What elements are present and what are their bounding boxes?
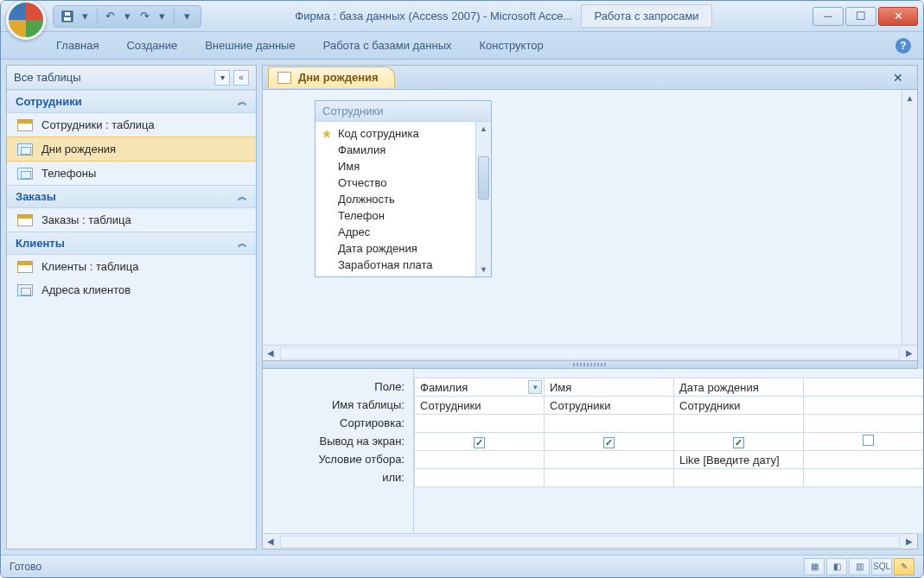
grid-cell-empty[interactable]: [804, 378, 925, 397]
design-surface-vscroll[interactable]: ▲: [902, 90, 917, 345]
grid-cell-empty[interactable]: [804, 451, 925, 469]
scroll-down-icon[interactable]: ▼: [476, 263, 491, 276]
undo-icon[interactable]: ↶: [103, 10, 117, 23]
scroll-thumb[interactable]: [478, 156, 489, 200]
nav-group-name: Заказы: [16, 190, 56, 203]
field-list-scrollbar[interactable]: ▲ ▼: [475, 122, 491, 276]
nav-menu-dropdown[interactable]: ▾: [214, 70, 230, 86]
nav-group-name: Сотрудники: [16, 95, 82, 108]
grid-cell-empty[interactable]: [804, 415, 925, 433]
scroll-right-icon[interactable]: ▶: [902, 346, 917, 361]
scroll-track[interactable]: [280, 536, 900, 548]
quick-access-toolbar: ▾ ↶ ▾ ↷ ▾ ▾: [53, 5, 201, 28]
grid-cell-empty[interactable]: [804, 397, 925, 415]
nav-group-header[interactable]: Клиенты ︽: [7, 232, 256, 255]
field-item[interactable]: Дата рождения: [315, 240, 475, 257]
grid-cell-criteria[interactable]: Like [Введите дату]: [674, 451, 804, 469]
nav-item-table[interactable]: Клиенты : таблица: [7, 255, 256, 278]
minimize-button[interactable]: ─: [812, 7, 844, 26]
app-window: ▾ ↶ ▾ ↷ ▾ ▾ Фирма : база данных (Access …: [0, 0, 924, 578]
scroll-left-icon[interactable]: ◀: [263, 534, 278, 549]
nav-title: Все таблицы: [14, 71, 81, 84]
help-icon[interactable]: ?: [895, 38, 911, 54]
redo-icon[interactable]: ↷: [137, 10, 151, 23]
grid-cell-criteria[interactable]: [415, 451, 545, 469]
tab-create[interactable]: Создание: [123, 34, 181, 59]
scroll-up-icon[interactable]: ▲: [476, 122, 491, 136]
scroll-up-icon[interactable]: ▲: [902, 90, 917, 105]
close-button[interactable]: ✕: [878, 7, 918, 26]
grid-cell-empty[interactable]: [804, 433, 925, 451]
field-item[interactable]: Должность: [315, 191, 475, 207]
nav-collapse-button[interactable]: «: [233, 70, 249, 86]
grid-cell-table[interactable]: Сотрудники: [674, 397, 804, 415]
grid-cell-or[interactable]: [415, 469, 545, 487]
grid-cell-table[interactable]: Сотрудники: [415, 397, 545, 415]
grid-cell-show[interactable]: [415, 433, 545, 451]
grid-cell-field[interactable]: Фамилия▾: [415, 378, 545, 397]
work-area: Все таблицы ▾ « Сотрудники ︽ Сотрудники …: [1, 60, 923, 555]
grid-cell-or[interactable]: [674, 469, 804, 487]
field-item[interactable]: Фамилия: [315, 142, 475, 158]
nav-item-query[interactable]: Телефоны: [7, 162, 256, 185]
field-item[interactable]: Заработная плата: [315, 257, 475, 273]
grid-cell-criteria[interactable]: [545, 451, 674, 469]
nav-header[interactable]: Все таблицы ▾ «: [7, 66, 256, 90]
nav-item-table[interactable]: Заказы : таблица: [7, 208, 256, 232]
dropdown-icon[interactable]: ▾: [78, 10, 92, 23]
checkbox-icon[interactable]: [474, 437, 485, 448]
nav-item-query[interactable]: Дни рождения: [7, 137, 256, 162]
document-tab[interactable]: Дни рождения: [268, 67, 395, 88]
view-pivotchart-button[interactable]: ▥: [849, 558, 870, 575]
tab-home[interactable]: Главная: [53, 34, 102, 59]
nav-group-header[interactable]: Сотрудники ︽: [7, 90, 256, 113]
scroll-track[interactable]: [280, 347, 900, 359]
nav-item-table[interactable]: Сотрудники : таблица: [7, 113, 256, 137]
dropdown-icon[interactable]: ▾: [155, 10, 169, 23]
query-design-surface[interactable]: Сотрудники Код сотрудника Фамилия Имя От…: [263, 90, 902, 345]
grid-cell-field[interactable]: Имя: [545, 378, 674, 397]
nav-item-label: Телефоны: [41, 167, 96, 180]
dropdown-icon[interactable]: ▾: [120, 10, 134, 23]
design-grid-hscroll[interactable]: ◀ ▶: [263, 533, 917, 549]
dropdown-icon[interactable]: ▾: [528, 380, 542, 394]
maximize-button[interactable]: ☐: [845, 7, 876, 26]
field-item[interactable]: Адрес: [315, 224, 475, 240]
table-card[interactable]: Сотрудники Код сотрудника Фамилия Имя От…: [315, 100, 492, 277]
view-sql-button[interactable]: SQL: [871, 558, 892, 575]
save-icon[interactable]: [61, 10, 74, 23]
grid-cell-empty[interactable]: [804, 469, 925, 487]
collapse-icon: ︽: [238, 95, 247, 108]
view-pivot-button[interactable]: ◧: [826, 558, 847, 575]
document-area: Дни рождения ✕ Сотрудники Код сотрудника…: [262, 65, 918, 549]
scroll-left-icon[interactable]: ◀: [263, 346, 278, 361]
checkbox-icon[interactable]: [733, 437, 744, 448]
tab-external-data[interactable]: Внешние данные: [201, 34, 299, 59]
checkbox-icon[interactable]: [863, 435, 874, 446]
grid-cell-or[interactable]: [545, 469, 674, 487]
tab-design[interactable]: Конструктор: [476, 34, 547, 59]
grid-cell-sort[interactable]: [415, 415, 545, 433]
view-design-button[interactable]: ✎: [894, 558, 914, 575]
grid-cell-field[interactable]: Дата рождения: [674, 378, 804, 397]
scroll-right-icon[interactable]: ▶: [902, 534, 917, 549]
design-surface-hscroll[interactable]: ◀ ▶: [263, 345, 917, 360]
grid-cell-show[interactable]: [674, 433, 804, 451]
tab-database-tools[interactable]: Работа с базами данных: [320, 34, 456, 59]
splitter[interactable]: [263, 360, 917, 369]
close-document-button[interactable]: ✕: [888, 69, 908, 86]
field-item[interactable]: Отчество: [315, 175, 475, 191]
office-button[interactable]: [6, 0, 46, 40]
field-item[interactable]: Телефон: [315, 207, 475, 224]
nav-item-query[interactable]: Адреса клиентов: [7, 278, 256, 302]
grid-cell-sort[interactable]: [545, 415, 674, 433]
grid-cell-sort[interactable]: [674, 415, 804, 433]
field-item[interactable]: Код сотрудника: [315, 125, 475, 142]
field-item[interactable]: Имя: [315, 158, 475, 175]
checkbox-icon[interactable]: [603, 437, 615, 448]
grid-cell-show[interactable]: [545, 433, 674, 451]
qat-menu-icon[interactable]: ▾: [180, 10, 194, 23]
nav-group-header[interactable]: Заказы ︽: [7, 185, 256, 208]
grid-cell-table[interactable]: Сотрудники: [545, 397, 674, 415]
view-datasheet-button[interactable]: ▦: [804, 558, 825, 575]
